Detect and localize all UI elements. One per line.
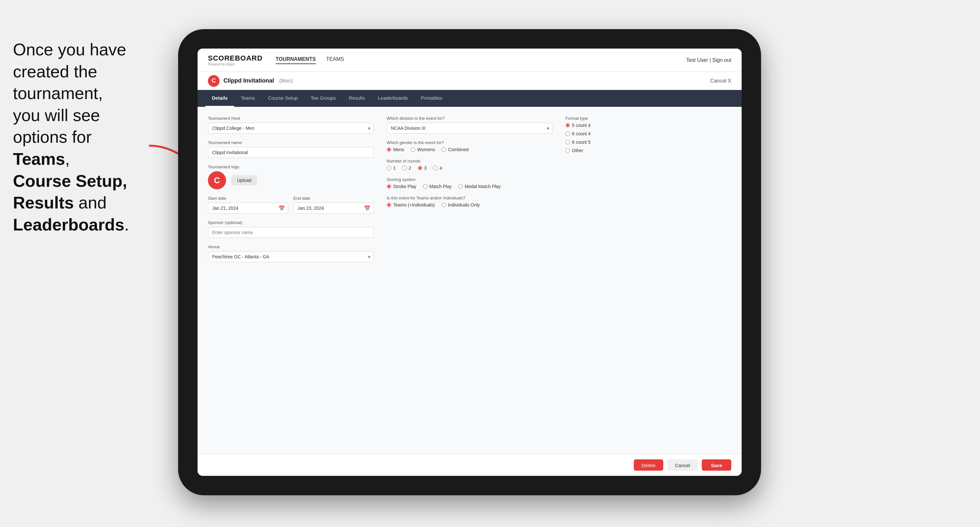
instruction-bold2: Course Setup, [13,171,127,190]
format-other[interactable]: Other [565,148,731,153]
individuals-only-radio[interactable] [441,203,446,207]
end-date-label: End date [293,196,374,201]
logo-area: SCOREBOARD Powered by clippd [208,54,262,66]
format-other-radio[interactable] [565,148,570,153]
venue-select[interactable]: Peachtree GC - Atlanta - GA [208,251,374,262]
start-date-calendar-icon: 📅 [278,205,285,211]
division-label: Which division is the event for? [387,116,552,121]
instruction-line3: tournament, [13,84,103,103]
instruction-bold3: Results [13,193,74,212]
tab-teams[interactable]: Teams [234,90,261,107]
sponsor-input[interactable] [208,227,374,238]
tournament-type: (Men) [279,78,293,84]
top-nav: SCOREBOARD Powered by clippd TOURNAMENTS… [197,49,741,72]
rounds-3[interactable]: 3 [418,165,427,171]
sponsor-group: Sponsor (optional) [208,220,374,238]
cancel-button[interactable]: Cancel [667,459,698,471]
form-col-2: Which division is the event for? NCAA Di… [387,116,552,262]
rounds-1-radio[interactable] [387,166,391,170]
user-area: Test User | Sign out [686,57,731,63]
cancel-x-button[interactable]: Cancel X [710,78,731,84]
nav-link-teams[interactable]: TEAMS [326,56,344,64]
scoring-stroke[interactable]: Stroke Play [387,184,417,189]
instruction-line2: created the [13,62,97,81]
tabs-bar: Details Teams Course Setup Tee Groups Re… [197,90,741,107]
rounds-label: Number of rounds [387,159,552,163]
format-6count5[interactable]: 6 count 5 [565,140,731,145]
rounds-group: Number of rounds 1 2 [387,159,552,171]
scoring-medal-match-radio[interactable] [458,184,463,189]
end-date-input[interactable] [293,203,374,214]
gender-womens[interactable]: Womens [410,147,435,152]
format-radio-group: 5 count 4 6 count 4 6 count 5 [565,123,731,153]
nav-link-tournaments[interactable]: TOURNAMENTS [275,56,316,64]
sponsor-label: Sponsor (optional) [208,220,374,225]
end-date-wrapper: 📅 [293,203,374,214]
tournament-header: C Clippd Invitational (Men) Cancel X [197,72,741,90]
teams-plus-individuals-radio[interactable] [387,203,391,207]
rounds-2-radio[interactable] [402,166,407,170]
start-date-input[interactable] [208,203,288,214]
division-select[interactable]: NCAA Division III [387,123,552,134]
scoring-group: Scoring system Stroke Play Match Play [387,177,552,189]
scoring-match[interactable]: Match Play [423,184,452,189]
teams-group: Is this event for Teams and/or Individua… [387,195,552,208]
upload-button[interactable]: Upload [231,175,257,186]
start-date-group: Start date 📅 [208,196,288,214]
format-label: Format type [565,116,731,121]
start-date-wrapper: 📅 [208,203,288,214]
instruction-line4: you will see [13,106,100,125]
date-row: Start date 📅 End date 📅 [208,196,374,214]
tournament-host-select-wrapper: Clippd College - Men [208,123,374,134]
gender-combined-radio[interactable] [441,147,446,152]
format-5count4[interactable]: 5 count 4 [565,123,731,128]
tab-results[interactable]: Results [342,90,371,107]
gender-mens[interactable]: Mens [387,147,404,152]
teams-plus-individuals[interactable]: Teams (+Individuals) [387,202,435,208]
gender-label: Which gender is the event for? [387,140,552,145]
rounds-4-radio[interactable] [433,166,438,170]
format-group: Format type 5 count 4 6 count 4 [565,116,731,153]
tournament-host-select[interactable]: Clippd College - Men [208,123,374,134]
rounds-4[interactable]: 4 [433,165,442,171]
tablet-screen: SCOREBOARD Powered by clippd TOURNAMENTS… [197,49,741,476]
rounds-1[interactable]: 1 [387,165,396,171]
gender-combined[interactable]: Combined [441,147,469,152]
scoring-stroke-radio[interactable] [387,184,391,189]
tab-tee-groups[interactable]: Tee Groups [304,90,342,107]
format-6count5-radio[interactable] [565,140,570,144]
logo-preview: C [208,171,226,189]
main-content: Tournament Host Clippd College - Men Tou… [197,107,741,454]
logo-upload: C Upload [208,171,374,189]
save-button[interactable]: Save [702,459,731,471]
tab-course-setup[interactable]: Course Setup [261,90,304,107]
delete-button[interactable]: Delete [634,459,663,471]
scoring-medal-match[interactable]: Medal Match Play [458,184,501,189]
teams-radio-row: Teams (+Individuals) Individuals Only [387,202,552,208]
tab-printables[interactable]: Printables [414,90,449,107]
tab-leaderboards[interactable]: Leaderboards [371,90,415,107]
form-col-3: Format type 5 count 4 6 count 4 [565,116,731,262]
tournament-name-input[interactable] [208,147,374,158]
gender-womens-radio[interactable] [410,147,415,152]
division-select-wrapper: NCAA Division III [387,123,552,134]
scoring-radio-row: Stroke Play Match Play Medal Match Play [387,184,552,189]
format-6count4[interactable]: 6 count 4 [565,131,731,136]
logo-sub: Powered by clippd [208,62,262,66]
tab-details[interactable]: Details [205,90,234,107]
rounds-3-radio[interactable] [418,166,422,170]
nav-links: TOURNAMENTS TEAMS [275,56,686,64]
scoring-match-radio[interactable] [423,184,428,189]
format-6count4-radio[interactable] [565,132,570,136]
gender-mens-radio[interactable] [387,147,391,152]
tablet-frame: SCOREBOARD Powered by clippd TOURNAMENTS… [178,29,761,495]
user-text[interactable]: Test User | Sign out [686,57,731,63]
rounds-2[interactable]: 2 [402,165,411,171]
start-date-label: Start date [208,196,288,201]
gender-radio-row: Mens Womens Combined [387,147,552,152]
rounds-radio-row: 1 2 3 4 [387,165,552,171]
tournament-title-row: C Clippd Invitational (Men) [208,75,293,87]
instruction-line1: Once you have [13,40,126,59]
format-5count4-radio[interactable] [565,123,570,127]
individuals-only[interactable]: Individuals Only [441,202,480,208]
